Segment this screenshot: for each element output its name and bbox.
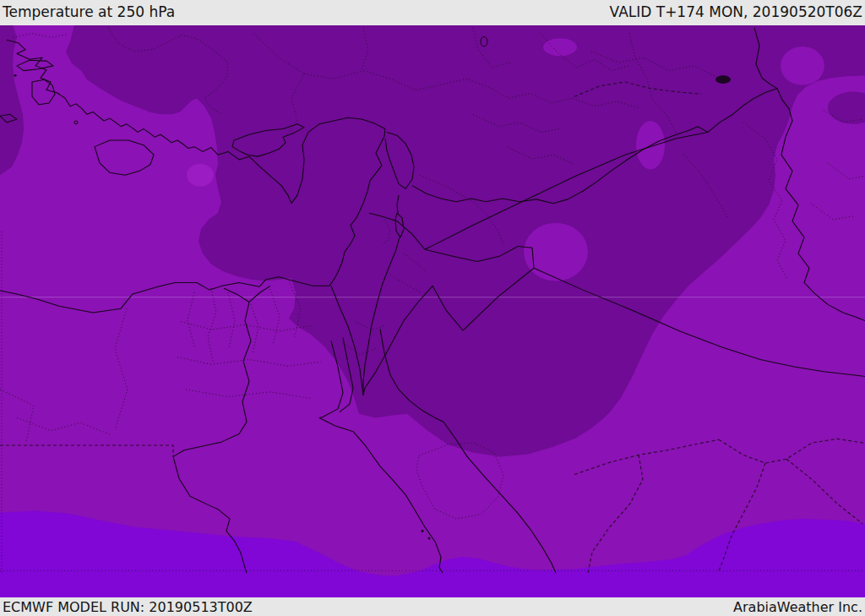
temp-patch-medium-2 (781, 46, 824, 85)
temp-patch-light (187, 164, 214, 187)
credit-label: ArabiaWeather Inc. (733, 599, 862, 615)
weather-map (0, 25, 865, 597)
map-canvas (0, 25, 865, 597)
footer-bar: ECMWF MODEL RUN: 20190513T00Z ArabiaWeat… (0, 597, 865, 616)
header-bar: Temperature at 250 hPa VALID T+174 MON, … (0, 0, 865, 25)
valid-time-label: VALID T+174 MON, 20190520T06Z (610, 3, 862, 20)
temp-patch-medium-1 (543, 38, 577, 56)
temp-patch-medium-4 (524, 223, 588, 281)
model-run-label: ECMWF MODEL RUN: 20190513T00Z (3, 599, 253, 615)
map-title: Temperature at 250 hPa (3, 3, 175, 20)
